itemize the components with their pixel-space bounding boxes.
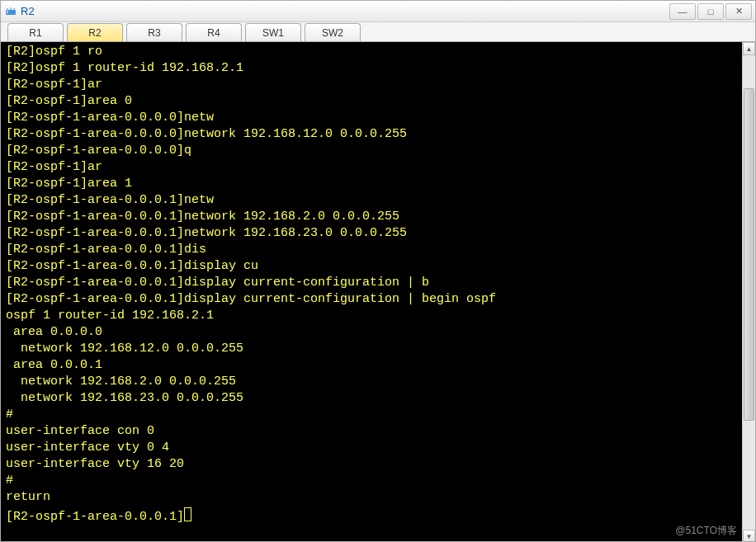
terminal-line: [R2-ospf-1-area-0.0.0.1]dis — [6, 242, 737, 258]
tab-r1[interactable]: R1 — [7, 23, 64, 41]
terminal-prompt[interactable]: [R2-ospf-1-area-0.0.0.1] — [6, 506, 737, 522]
terminal-line: # — [6, 473, 737, 489]
terminal-line: network 192.168.23.0 0.0.0.255 — [6, 390, 737, 407]
window-title: R2 — [21, 5, 668, 17]
window-controls: — □ ✕ — [668, 3, 752, 20]
tab-bar: R1 R2 R3 R4 SW1 SW2 — [1, 22, 755, 42]
terminal-line: [R2-ospf-1-area-0.0.0.1]network 192.168.… — [6, 209, 737, 225]
vertical-scrollbar[interactable]: ▲ ▼ — [742, 42, 755, 542]
maximize-button[interactable]: □ — [697, 3, 724, 20]
app-icon — [4, 5, 17, 18]
scroll-thumb[interactable] — [744, 88, 754, 421]
terminal-line: network 192.168.2.0 0.0.0.255 — [6, 374, 737, 390]
terminal-line: user-interface vty 16 20 — [6, 456, 737, 473]
terminal-line: area 0.0.0.0 — [6, 324, 737, 341]
terminal-line: [R2-ospf-1-area-0.0.0.1]netw — [6, 192, 737, 209]
tab-sw1[interactable]: SW1 — [245, 23, 301, 41]
svg-rect-2 — [7, 12, 8, 13]
tab-r3[interactable]: R3 — [126, 23, 182, 41]
terminal-line: [R2-ospf-1-area-0.0.0.1]display cu — [6, 258, 737, 275]
terminal-line: network 192.168.12.0 0.0.0.255 — [6, 341, 737, 357]
terminal-line: area 0.0.0.1 — [6, 357, 737, 374]
terminal[interactable]: [R2]ospf 1 ro[R2]ospf 1 router-id 192.16… — [1, 42, 742, 542]
tab-r4[interactable]: R4 — [186, 23, 242, 41]
cursor — [184, 507, 191, 521]
terminal-line: return — [6, 489, 737, 506]
minimize-button[interactable]: — — [669, 3, 696, 20]
terminal-area: [R2]ospf 1 ro[R2]ospf 1 router-id 192.16… — [1, 42, 755, 542]
terminal-line: # — [6, 407, 737, 423]
scroll-up-button[interactable]: ▲ — [743, 42, 755, 55]
terminal-line: [R2-ospf-1-area-0.0.0.0]q — [6, 143, 737, 159]
terminal-line: [R2-ospf-1-area-0.0.0.0]network 192.168.… — [6, 126, 737, 143]
terminal-line: [R2-ospf-1]area 1 — [6, 176, 737, 192]
terminal-line: [R2-ospf-1-area-0.0.0.1]display current-… — [6, 291, 737, 308]
svg-rect-1 — [7, 11, 8, 12]
terminal-line: [R2]ospf 1 ro — [6, 44, 737, 60]
terminal-line: [R2]ospf 1 router-id 192.168.2.1 — [6, 60, 737, 77]
scroll-down-button[interactable]: ▼ — [743, 530, 755, 542]
terminal-line: [R2-ospf-1-area-0.0.0.1]network 192.168.… — [6, 225, 737, 242]
terminal-line: user-interface vty 0 4 — [6, 440, 737, 456]
terminal-line: [R2-ospf-1]ar — [6, 77, 737, 93]
terminal-line: ospf 1 router-id 192.168.2.1 — [6, 308, 737, 324]
tab-sw2[interactable]: SW2 — [305, 23, 361, 41]
terminal-line: [R2-ospf-1-area-0.0.0.1]display current-… — [6, 275, 737, 291]
terminal-line: [R2-ospf-1]area 0 — [6, 93, 737, 110]
terminal-line: [R2-ospf-1-area-0.0.0.0]netw — [6, 110, 737, 126]
terminal-line: user-interface con 0 — [6, 423, 737, 440]
tab-r2[interactable]: R2 — [67, 23, 123, 41]
close-button[interactable]: ✕ — [725, 3, 752, 20]
scroll-track[interactable] — [743, 55, 755, 530]
terminal-line: [R2-ospf-1]ar — [6, 159, 737, 176]
window-titlebar: R2 — □ ✕ — [1, 1, 755, 22]
